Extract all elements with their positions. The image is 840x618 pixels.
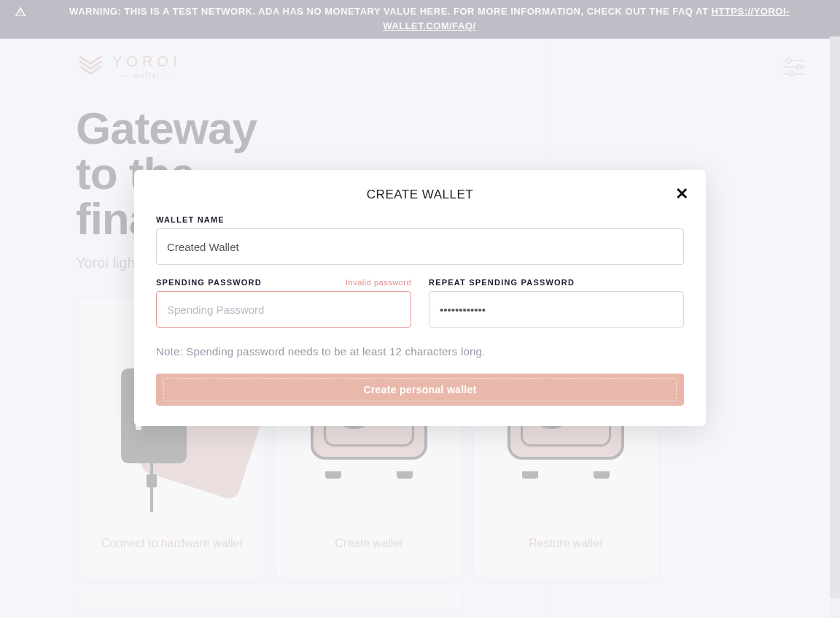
create-personal-wallet-button[interactable]: Create personal wallet xyxy=(156,374,684,406)
create-wallet-modal: CREATE WALLET ✕ WALLET NAME SPENDING PAS… xyxy=(134,170,706,426)
repeat-password-group: REPEAT SPENDING PASSWORD xyxy=(429,278,684,328)
spending-password-label: SPENDING PASSWORD xyxy=(156,278,262,287)
repeat-password-label: REPEAT SPENDING PASSWORD xyxy=(429,278,575,287)
wallet-name-label: WALLET NAME xyxy=(156,215,225,224)
wallet-name-group: WALLET NAME xyxy=(156,215,684,265)
close-icon[interactable]: ✕ xyxy=(675,186,688,202)
wallet-name-input[interactable] xyxy=(156,228,684,265)
repeat-password-input[interactable] xyxy=(429,291,684,328)
password-note: Note: Spending password needs to be at l… xyxy=(156,345,684,358)
spending-password-error: Invalid password xyxy=(346,278,411,287)
spending-password-group: SPENDING PASSWORD Invalid password xyxy=(156,278,411,328)
spending-password-input[interactable] xyxy=(156,291,411,328)
modal-title: CREATE WALLET xyxy=(156,188,684,202)
